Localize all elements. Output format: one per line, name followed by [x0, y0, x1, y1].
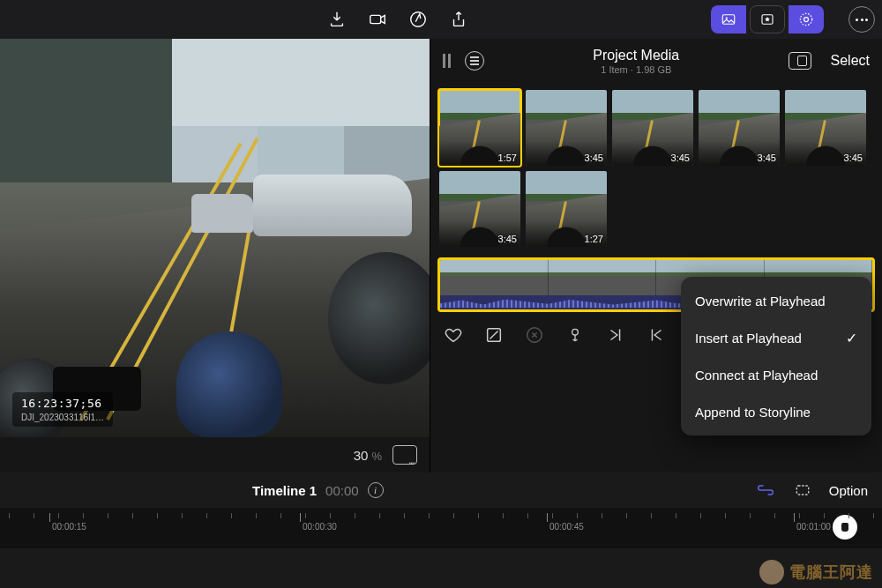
viewer-bottom-bar: 30 % [0, 437, 430, 473]
toolbar-tools [326, 9, 469, 30]
panel-switcher [711, 5, 824, 33]
settings-panel-button[interactable] [789, 5, 824, 33]
menu-item[interactable]: Insert at Playhead✓ [681, 319, 871, 356]
browser-title: Project Media [495, 48, 778, 63]
more-button[interactable] [848, 6, 875, 33]
menu-item[interactable]: Overwrite at Playhead [681, 282, 871, 319]
camera-icon[interactable] [367, 9, 388, 30]
browser-header: Project Media 1 Item · 1.98 GB Select [430, 39, 882, 83]
clip-thumbnail[interactable]: 1:57 [439, 90, 520, 166]
ellipsis-icon [856, 19, 868, 21]
svg-point-9 [572, 329, 579, 335]
timeline-time: 00:00 [325, 483, 359, 498]
info-icon[interactable]: i [368, 482, 384, 498]
options-button[interactable]: Option [829, 483, 868, 498]
menu-item[interactable]: Connect at Playhead [681, 356, 871, 393]
svg-rect-2 [722, 15, 735, 25]
import-icon[interactable] [326, 9, 348, 30]
ruler-label: 00:00:15 [52, 522, 86, 532]
timeline-header: Timeline 1 00:00 i Option [0, 473, 882, 508]
clip-duration: 3:45 [758, 153, 776, 163]
clip-thumbnail[interactable]: 3:45 [439, 171, 520, 247]
ruler-label: 00:00:45 [549, 522, 584, 532]
menu-item-label: Insert at Playhead [695, 331, 802, 346]
menu-item-label: Append to Storyline [695, 405, 811, 420]
svg-point-5 [800, 13, 811, 25]
voiceover-icon[interactable] [407, 9, 429, 30]
ruler-label: 00:00:30 [303, 522, 337, 532]
clip-grid: 1:573:453:453:453:453:451:27 [430, 83, 882, 254]
svg-point-1 [411, 12, 426, 27]
clip-duration: 3:45 [671, 153, 690, 163]
clip-duration: 3:45 [498, 234, 517, 244]
favorite-icon[interactable] [443, 324, 464, 346]
snapping-icon[interactable] [792, 480, 813, 501]
viewer-overlay: 16:23:37;56 DJI_2023033116l1… [12, 392, 113, 427]
browser-subtitle: 1 Item · 1.98 GB [495, 64, 778, 75]
checkmark-icon: ✓ [846, 330, 857, 346]
select-button[interactable]: Select [831, 53, 870, 69]
ruler-label: 00:01:00 [796, 522, 831, 532]
favorites-panel-button[interactable] [750, 5, 785, 33]
clip-duration: 1:27 [585, 234, 603, 244]
clip-thumbnail[interactable]: 3:45 [526, 90, 607, 166]
range-end-icon[interactable] [605, 324, 626, 346]
range-start-icon[interactable] [646, 324, 667, 346]
keyword-icon[interactable] [564, 324, 586, 346]
clip-duration: 3:45 [585, 153, 603, 163]
viewer-canvas[interactable]: 16:23:37;56 DJI_2023033116l1… [0, 39, 430, 437]
clip-duration: 1:57 [498, 153, 517, 163]
zoom-unit: % [371, 450, 382, 463]
filter-icon[interactable] [465, 51, 484, 71]
menu-item-label: Connect at Playhead [695, 368, 818, 383]
clip-filename: DJI_2023033116l1… [21, 412, 104, 424]
svg-point-6 [804, 18, 809, 22]
clip-duration: 3:45 [844, 153, 863, 163]
zoom-indicator[interactable]: 30 % [354, 448, 382, 463]
menu-item-label: Overwrite at Playhead [695, 294, 826, 309]
share-icon[interactable] [448, 9, 469, 30]
timeline-title: Timeline 1 [252, 483, 317, 498]
viewer-pane: 16:23:37;56 DJI_2023033116l1… 30 % [0, 39, 430, 473]
comment-icon[interactable] [392, 445, 417, 465]
menu-item[interactable]: Append to Storyline [681, 393, 871, 430]
timeline-ruler[interactable]: 00:00:1500:00:3000:00:4500:01:00 [0, 508, 882, 548]
clip-thumbnail[interactable]: 3:45 [699, 90, 780, 166]
timeline-marker-icon[interactable] [833, 515, 857, 540]
svg-rect-10 [796, 486, 808, 495]
insert-mode-menu: Overwrite at PlayheadInsert at Playhead✓… [681, 277, 871, 435]
watermark: 電腦王阿達 [759, 560, 873, 584]
clear-icon[interactable] [524, 324, 545, 346]
sidebar-toggle-icon[interactable] [443, 54, 451, 68]
zoom-value: 30 [354, 448, 369, 463]
layout-icon[interactable] [789, 52, 811, 70]
svg-rect-0 [370, 15, 381, 23]
link-icon[interactable] [755, 480, 776, 501]
timecode: 16:23:37;56 [21, 396, 104, 412]
toolbar-right [711, 5, 875, 33]
clip-thumbnail[interactable]: 1:27 [526, 171, 607, 247]
clip-thumbnail[interactable]: 3:45 [785, 90, 866, 166]
top-toolbar [0, 0, 882, 39]
photos-panel-button[interactable] [711, 5, 746, 33]
clip-thumbnail[interactable]: 3:45 [612, 90, 693, 166]
reject-icon[interactable] [483, 324, 505, 346]
